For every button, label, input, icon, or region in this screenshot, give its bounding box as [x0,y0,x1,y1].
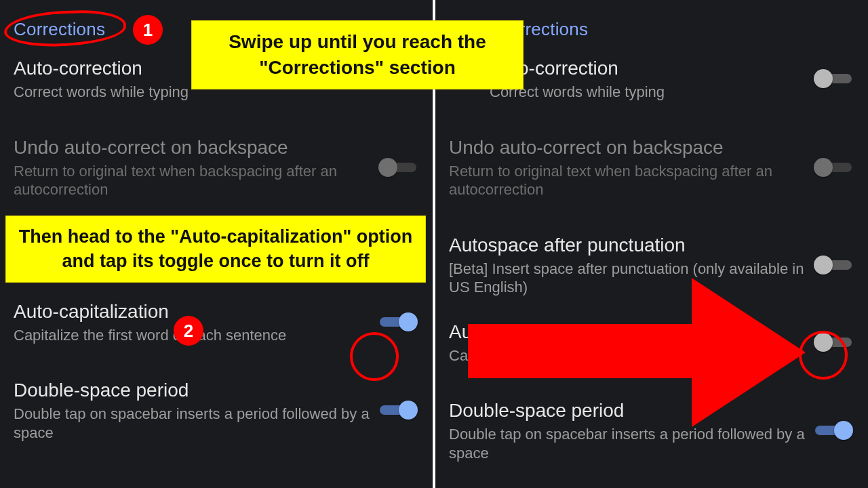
toggle-autospace-punctuation[interactable] [815,256,852,274]
badge-label: 2 [184,321,193,342]
badge-label: 1 [143,20,153,41]
toggle-double-space-period[interactable] [380,401,416,419]
setting-title: Double-space period [449,399,806,422]
setting-double-space-period[interactable]: Double-space period Double tap on spaceb… [14,369,422,451]
setting-subtitle: [Beta] Insert space after punctuation (o… [449,260,806,297]
setting-auto-capitalization[interactable]: Auto-capitalization Capitalize the first… [449,310,857,375]
annotation-callout-2: Then head to the "Auto-capitalization" o… [5,216,426,283]
setting-subtitle: Return to original text when backspacing… [449,162,806,199]
toggle-undo-autocorrect [380,159,416,176]
toggle-double-space-period[interactable] [815,422,852,439]
setting-title: Auto-correction [490,56,806,80]
setting-subtitle: Return to original text when backspacing… [14,162,370,199]
toggle-auto-capitalization[interactable] [380,313,416,331]
setting-title: Undo auto-correct on backspace [449,136,806,159]
setting-undo-autocorrect: Undo auto-correct on backspace Return to… [14,126,422,209]
setting-undo-autocorrect: Undo auto-correct on backspace Return to… [449,126,857,209]
toggle-auto-correction[interactable] [815,70,852,87]
annotation-circle-toggle-right [799,331,848,380]
setting-subtitle: Correct words while typing [490,83,806,102]
setting-title: Undo auto-correct on backspace [14,136,370,159]
annotation-badge-2: 2 [174,316,203,346]
annotation-callout-1: Swipe up until you reach the "Correction… [191,20,524,89]
annotation-badge-1: 1 [133,15,163,45]
setting-subtitle: Capitalize the first word of each senten… [449,346,806,365]
setting-autospace-punctuation[interactable]: Autospace after punctuation [Beta] Inser… [449,224,857,306]
setting-title: Double-space period [14,378,370,402]
setting-subtitle: Double tap on spacebar inserts a period … [449,425,806,462]
setting-double-space-period[interactable]: Double-space period Double tap on spaceb… [449,389,857,472]
tutorial-composite: Corrections Auto-correction Correct word… [0,0,868,488]
setting-title: Autospace after punctuation [449,233,806,257]
toggle-undo-autocorrect [815,159,852,176]
setting-title: Auto-capitalization [449,320,806,344]
annotation-circle-toggle-left [350,332,399,381]
setting-subtitle: Double tap on spacebar inserts a period … [14,405,370,442]
